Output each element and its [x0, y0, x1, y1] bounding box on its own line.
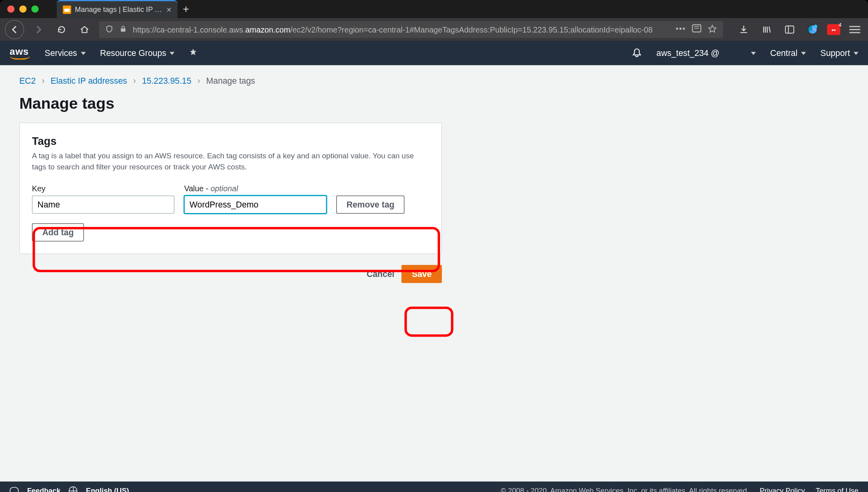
- key-field: Key: [32, 184, 175, 213]
- tab-title: Manage tags | Elastic IP addres: [75, 6, 163, 14]
- account-label: aws_test_234 @: [656, 48, 720, 58]
- aws-header: aws Services Resource Groups aws_test_23…: [0, 41, 868, 65]
- chevron-down-icon: [801, 52, 806, 55]
- page-title: Manage tags: [19, 94, 849, 113]
- url-text: https://ca-central-1.console.aws.amazon.…: [133, 25, 670, 34]
- breadcrumb-current: Manage tags: [206, 76, 255, 86]
- feedback-icon: [10, 487, 19, 492]
- nav-forward-button[interactable]: [30, 21, 47, 38]
- chevron-down-icon: [751, 52, 756, 55]
- content-area: EC2 › Elastic IP addresses › 15.223.95.1…: [0, 65, 868, 481]
- lock-icon: [119, 25, 127, 34]
- copyright-text: © 2008 - 2020, Amazon Web Services, Inc.…: [500, 486, 749, 492]
- window-close-button[interactable]: [7, 6, 14, 13]
- pin-icon[interactable]: [189, 48, 198, 58]
- app-menu-button[interactable]: [846, 21, 863, 38]
- url-field[interactable]: https://ca-central-1.console.aws.amazon.…: [99, 21, 723, 38]
- browser-window: Manage tags | Elastic IP addres × +: [0, 0, 868, 492]
- svg-rect-1: [121, 28, 125, 31]
- chevron-down-icon: [170, 52, 175, 55]
- value-label: Value - optional: [184, 184, 327, 193]
- aws-header-right: aws_test_234 @ Central Support: [632, 47, 858, 59]
- shield-icon: [105, 25, 114, 35]
- tag-value-input[interactable]: [184, 195, 327, 213]
- cancel-button[interactable]: Cancel: [367, 269, 395, 279]
- add-tag-button[interactable]: Add tag: [32, 223, 84, 241]
- url-suffix: /ec2/v2/home?region=ca-central-1#ManageT…: [290, 25, 652, 34]
- tag-key-input[interactable]: [32, 195, 175, 213]
- nav-reload-button[interactable]: [53, 21, 70, 38]
- chevron-right-icon: ›: [197, 76, 200, 86]
- key-label: Key: [32, 184, 175, 193]
- library-button[interactable]: [758, 21, 775, 38]
- tab-strip: Manage tags | Elastic IP addres × +: [57, 0, 194, 18]
- favicon-aws-icon: [63, 6, 71, 14]
- value-label-optional: optional: [211, 184, 238, 193]
- nav-home-button[interactable]: [76, 21, 93, 38]
- new-tab-button[interactable]: +: [177, 0, 194, 18]
- url-prefix: https://ca-central-1.console.aws.: [133, 25, 246, 34]
- privacy-link[interactable]: Privacy Policy: [760, 486, 805, 492]
- reader-icon[interactable]: [692, 24, 701, 35]
- notifications-bell-icon[interactable]: [632, 47, 642, 59]
- sidebar-toggle-button[interactable]: [781, 21, 798, 38]
- services-menu[interactable]: Services: [45, 48, 86, 58]
- account-button[interactable]: [804, 21, 821, 38]
- chevron-right-icon: ›: [133, 76, 136, 86]
- breadcrumb-ec2[interactable]: EC2: [19, 76, 36, 86]
- tab-close-icon[interactable]: ×: [167, 5, 171, 14]
- aws-logo[interactable]: aws: [10, 46, 30, 60]
- region-menu[interactable]: Central: [770, 48, 806, 58]
- language-selector[interactable]: English (US): [86, 486, 129, 492]
- save-button[interactable]: Save: [402, 265, 442, 283]
- chevron-down-icon: [854, 52, 858, 55]
- downloads-button[interactable]: [735, 21, 753, 38]
- support-label: Support: [820, 48, 850, 58]
- services-label: Services: [45, 48, 77, 58]
- traffic-lights: [0, 6, 38, 13]
- nav-back-button[interactable]: [5, 20, 24, 39]
- terms-link[interactable]: Terms of Use: [816, 486, 858, 492]
- breadcrumb-eip[interactable]: Elastic IP addresses: [51, 76, 127, 86]
- titlebar: Manage tags | Elastic IP addres × +: [0, 0, 868, 18]
- support-menu[interactable]: Support: [820, 48, 858, 58]
- resource-groups-menu[interactable]: Resource Groups: [100, 48, 175, 58]
- resource-groups-label: Resource Groups: [100, 48, 166, 58]
- window-maximize-button[interactable]: [31, 6, 38, 13]
- address-bar: https://ca-central-1.console.aws.amazon.…: [0, 18, 868, 41]
- chevron-down-icon: [81, 52, 85, 55]
- ellipsis-icon[interactable]: •••: [676, 24, 686, 35]
- extension-badge[interactable]: ••4: [827, 21, 840, 38]
- account-menu[interactable]: aws_test_234 @: [656, 48, 756, 58]
- breadcrumb: EC2 › Elastic IP addresses › 15.223.95.1…: [19, 76, 849, 86]
- feedback-link[interactable]: Feedback: [27, 486, 60, 492]
- window-minimize-button[interactable]: [19, 6, 27, 13]
- bookmark-star-icon[interactable]: [708, 24, 717, 35]
- tags-panel: Tags A tag is a label that you assign to…: [19, 123, 442, 254]
- url-domain: amazon.com: [245, 25, 290, 34]
- remove-tag-button[interactable]: Remove tag: [336, 195, 404, 213]
- breadcrumb-ip[interactable]: 15.223.95.15: [142, 76, 191, 86]
- panel-description: A tag is a label that you assign to an A…: [32, 150, 429, 173]
- aws-footer: Feedback English (US) © 2008 - 2020, Ama…: [0, 482, 868, 492]
- svg-rect-5: [785, 26, 794, 33]
- value-label-prefix: Value -: [184, 184, 211, 193]
- tag-row: Key Value - optional Remove tag: [32, 184, 429, 213]
- value-field: Value - optional: [184, 184, 327, 213]
- chevron-right-icon: ›: [42, 76, 44, 86]
- panel-title: Tags: [32, 135, 429, 148]
- browser-tab-active[interactable]: Manage tags | Elastic IP addres ×: [57, 0, 177, 18]
- form-footer: Cancel Save: [19, 265, 442, 283]
- globe-icon: [69, 486, 77, 492]
- region-label: Central: [770, 48, 798, 58]
